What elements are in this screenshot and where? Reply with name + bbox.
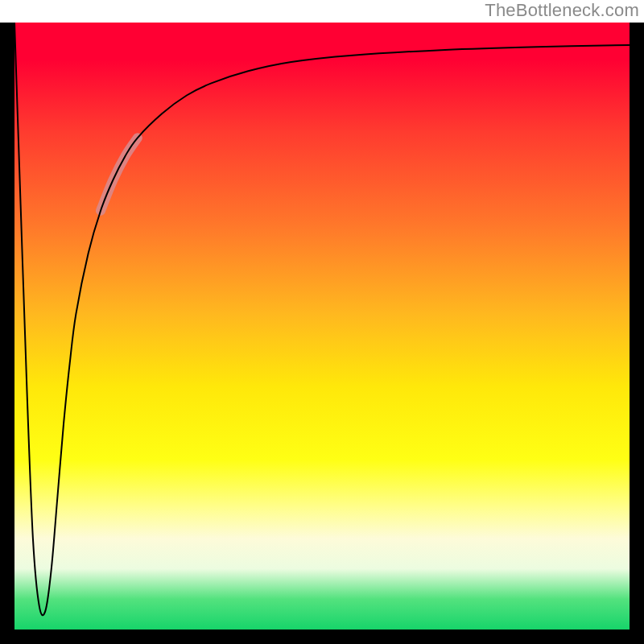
attribution-label: TheBottleneck.com: [485, 0, 639, 21]
plot-area: [14, 23, 630, 630]
curve-highlight: [101, 138, 138, 210]
chart-root: TheBottleneck.com: [0, 0, 644, 644]
curve-svg: [14, 23, 630, 630]
plot-frame: [0, 23, 644, 644]
bottleneck-curve: [14, 23, 630, 615]
